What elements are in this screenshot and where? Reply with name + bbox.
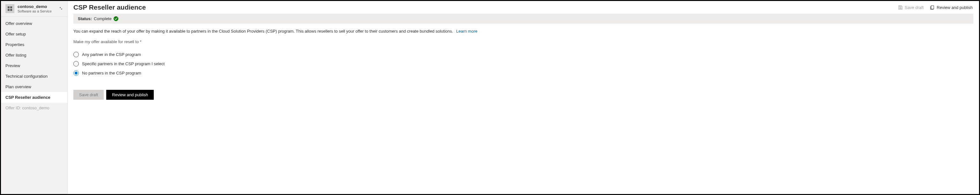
review-publish-top-button[interactable]: Review and publish [929,4,973,11]
radio-any-partner[interactable]: Any partner in the CSP program [73,52,973,57]
save-draft-top-button: Save draft [897,4,924,11]
status-bar: Status: Complete [73,14,973,24]
svg-rect-3 [10,9,12,11]
resell-field-label: Make my offer available for resell to * [73,39,973,44]
svg-rect-4 [931,5,934,9]
nav-item-technical-configuration[interactable]: Technical configuration [1,71,67,82]
main-content: CSP Reseller audience Save draft Review … [68,1,979,194]
svg-rect-2 [8,9,10,11]
intro-text: You can expand the reach of your offer b… [73,28,973,35]
radio-icon [73,61,79,67]
collapse-sidebar-button[interactable] [58,5,64,13]
radio-no-partners[interactable]: No partners in the CSP program [73,70,973,76]
save-icon [898,5,903,10]
offer-name: contoso_demo [18,4,54,9]
svg-rect-0 [8,6,10,8]
radio-icon [73,52,79,57]
nav-item-properties[interactable]: Properties [1,39,67,50]
offer-type-icon [5,4,14,13]
nav-item-plan-overview[interactable]: Plan overview [1,82,67,92]
nav-item-csp-reseller-audience[interactable]: CSP Reseller audience [1,92,67,102]
publish-icon [930,5,935,10]
status-value: Complete [94,16,111,21]
page-title: CSP Reseller audience [73,3,146,11]
bottom-action-bar: Save draft Review and publish [73,90,973,100]
radio-icon [73,70,79,76]
nav-item-preview[interactable]: Preview [1,61,67,71]
resell-radio-group: Any partner in the CSP program Specific … [73,52,973,76]
radio-specific-partners[interactable]: Specific partners in the CSP program I s… [73,61,973,67]
nav-header: contoso_demo Software as a Service [1,1,67,17]
sidebar: contoso_demo Software as a Service Offer… [1,1,68,194]
nav-item-offer-setup[interactable]: Offer setup [1,29,67,39]
learn-more-link[interactable]: Learn more [456,29,477,34]
svg-rect-1 [10,6,12,8]
save-draft-button: Save draft [73,90,104,100]
review-publish-button[interactable]: Review and publish [106,90,154,100]
nav-item-offer-listing[interactable]: Offer listing [1,50,67,61]
top-command-bar: Save draft Review and publish [897,4,973,11]
offer-id-label: Offer ID: contoso_demo [1,102,67,113]
nav-item-offer-overview[interactable]: Offer overview [1,18,67,29]
status-label: Status: [78,16,92,21]
status-complete-icon [114,16,118,21]
nav-list: Offer overview Offer setup Properties Of… [1,17,67,102]
offer-type-label: Software as a Service [18,9,54,13]
